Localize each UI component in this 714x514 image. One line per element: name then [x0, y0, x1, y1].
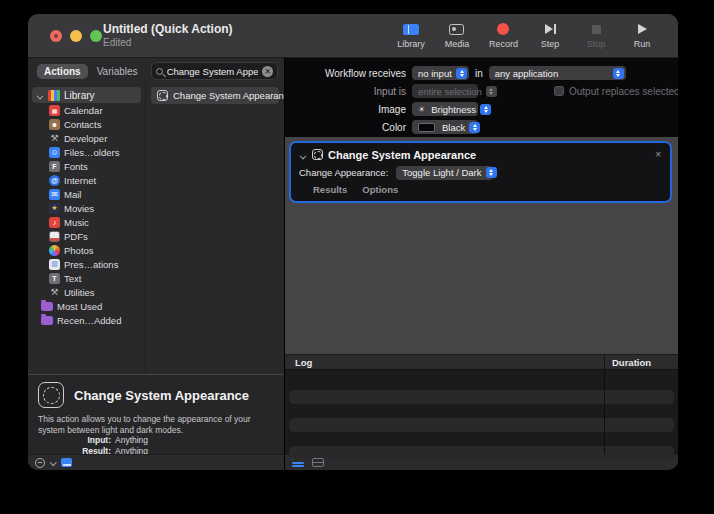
media-icon	[449, 24, 464, 35]
stop-icon	[592, 25, 601, 34]
workflow-canvas[interactable]: Change System Appearance × Change Appear…	[285, 137, 678, 354]
close-window-button[interactable]	[50, 30, 62, 42]
change-appearance-label: Change Appearance:	[299, 167, 388, 178]
sidebar-item-most-used[interactable]: Most Used	[28, 299, 145, 313]
search-icon	[156, 68, 163, 75]
library-icon	[403, 24, 419, 35]
sidebar-item-presentations[interactable]: Pres…ations	[28, 257, 145, 271]
action-card[interactable]: Change System Appearance × Change Appear…	[289, 141, 672, 203]
chevron-down-icon[interactable]	[50, 460, 56, 466]
popup-stepper-icon	[486, 86, 497, 97]
log-row	[289, 432, 674, 446]
appearance-action-icon	[157, 90, 168, 101]
sidebar-item-contacts[interactable]: Contacts	[28, 117, 145, 131]
text-icon	[49, 273, 60, 284]
action-list-item[interactable]: Change System Appearance	[151, 87, 279, 104]
pdf-icon	[49, 231, 60, 242]
log-column-divider	[604, 370, 605, 454]
options-tab[interactable]: Options	[362, 184, 398, 195]
color-popup[interactable]: Black	[412, 120, 478, 134]
popup-stepper-icon	[469, 122, 480, 133]
chevron-down-icon[interactable]	[299, 151, 307, 159]
log-table	[285, 370, 678, 454]
duration-column-header[interactable]: Duration	[604, 355, 651, 369]
action-results-list: Change System Appearance	[146, 84, 284, 374]
log-row	[289, 446, 674, 460]
record-toolbar-button[interactable]: Record	[489, 22, 518, 49]
sidebar-item-photos[interactable]: Photos	[28, 243, 145, 257]
popup-stepper-icon	[456, 68, 467, 79]
action-card-title: Change System Appearance	[328, 149, 649, 161]
sidebar-item-movies[interactable]: Movies	[28, 201, 145, 215]
log-column-header[interactable]: Log	[285, 357, 604, 368]
log-row	[289, 390, 674, 404]
search-input[interactable]: Change System Appearance ✕	[151, 62, 278, 80]
utilities-icon	[49, 287, 60, 298]
zoom-window-button[interactable]	[90, 30, 102, 42]
clear-search-icon[interactable]: ✕	[262, 66, 273, 77]
description-input-line: Input: Anything	[38, 435, 274, 446]
color-label: Color	[285, 122, 412, 133]
output-replaces-label: Output replaces selected text	[569, 86, 678, 97]
presentations-icon	[49, 259, 60, 270]
output-replaces-checkbox	[554, 86, 564, 96]
action-card-body: Change Appearance: Toggle Light / Dark	[291, 163, 670, 182]
movies-icon	[49, 203, 60, 214]
close-icon[interactable]: ×	[654, 149, 662, 160]
tab-actions[interactable]: Actions	[37, 64, 88, 79]
sidebar-item-files-folders[interactable]: Files…olders	[28, 145, 145, 159]
step-toolbar-button[interactable]: Step	[536, 22, 564, 49]
popup-stepper-icon	[613, 68, 624, 79]
description-title: Change System Appearance	[74, 388, 249, 403]
sidebar-item-music[interactable]: Music	[28, 215, 145, 229]
appearance-action-icon	[312, 149, 323, 160]
developer-icon	[49, 133, 60, 144]
window-title: Untitled (Quick Action)	[103, 23, 233, 37]
results-tab[interactable]: Results	[313, 184, 347, 195]
sidebar-item-internet[interactable]: Internet	[28, 173, 145, 187]
library-toolbar-button[interactable]: Library	[397, 22, 425, 49]
sidebar-item-utilities[interactable]: Utilities	[28, 285, 145, 299]
sidebar-item-fonts[interactable]: Fonts	[28, 159, 145, 173]
toolbar: Library Media Record Step Stop Run	[397, 22, 678, 49]
image-row: Image ☀ Brightness	[285, 100, 678, 118]
media-browser-icon[interactable]	[61, 458, 72, 467]
sidebar-top-bar: Actions Variables Change System Appearan…	[28, 58, 284, 84]
tab-variables[interactable]: Variables	[90, 64, 145, 79]
workflow-receives-popup[interactable]: no input	[412, 66, 469, 80]
action-card-header[interactable]: Change System Appearance ×	[291, 146, 670, 163]
input-is-label: Input is	[285, 86, 412, 97]
workflow-pane: Workflow receives no input in any applic…	[285, 58, 678, 470]
minimize-window-button[interactable]	[70, 30, 82, 42]
application-popup[interactable]: any application	[489, 66, 626, 80]
sidebar-item-mail[interactable]: Mail	[28, 187, 145, 201]
sidebar-item-pdfs[interactable]: PDFs	[28, 229, 145, 243]
chevron-down-icon[interactable]	[36, 91, 44, 99]
run-toolbar-button[interactable]: Run	[628, 22, 656, 49]
contacts-icon	[49, 119, 60, 130]
appearance-mode-popup[interactable]: Toggle Light / Dark	[396, 166, 493, 180]
folder-icon	[41, 316, 53, 325]
image-popup[interactable]: ☀ Brightness	[412, 102, 478, 116]
sidebar-item-developer[interactable]: Developer	[28, 131, 145, 145]
calendar-icon	[49, 105, 60, 116]
workflow-settings: Workflow receives no input in any applic…	[285, 58, 678, 137]
sidebar-item-calendar[interactable]: Calendar	[28, 103, 145, 117]
sidebar-item-recently-added[interactable]: Recen…Added	[28, 313, 145, 327]
appearance-action-icon-large	[38, 382, 64, 408]
sidebar-item-library[interactable]: Library	[32, 87, 141, 103]
log-row	[289, 418, 674, 432]
popup-stepper-icon	[486, 167, 497, 178]
log-row	[289, 404, 674, 418]
step-icon	[545, 24, 556, 34]
media-toolbar-button[interactable]: Media	[443, 22, 471, 49]
sidebar-item-text[interactable]: Text	[28, 271, 145, 285]
stacked-view-icon[interactable]	[312, 458, 324, 467]
music-icon	[49, 217, 60, 228]
remove-action-icon[interactable]	[35, 458, 45, 468]
workflow-receives-row: Workflow receives no input in any applic…	[285, 64, 678, 82]
sidebar: Actions Variables Change System Appearan…	[28, 58, 285, 470]
description-body: This action allows you to change the app…	[38, 414, 274, 435]
input-is-row: Input is entire selection Output replace…	[285, 82, 678, 100]
log-row	[289, 376, 674, 390]
